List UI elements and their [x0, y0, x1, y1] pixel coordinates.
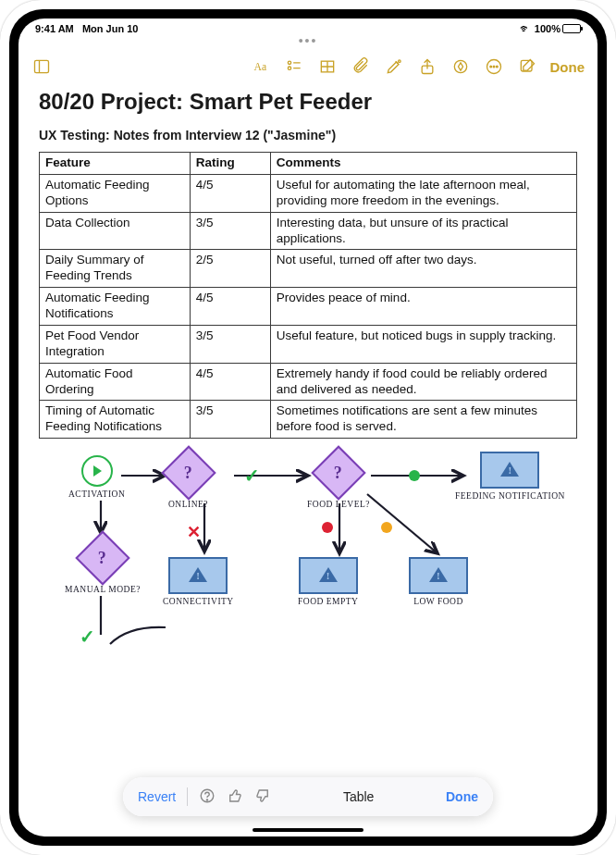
battery-percent: 100%: [535, 23, 561, 34]
cell-rating[interactable]: 4/5: [190, 363, 270, 401]
node-feeding-notification: Feeding Notification: [455, 452, 565, 501]
cell-feature[interactable]: Automatic Food Ordering: [40, 363, 191, 401]
table-row[interactable]: Daily Summary of Feeding Trends2/5Not us…: [40, 250, 577, 288]
svg-point-15: [493, 66, 495, 68]
cell-rating[interactable]: 3/5: [190, 401, 270, 439]
cell-comments[interactable]: Interesting data, but unsure of its prac…: [270, 212, 576, 250]
cell-feature[interactable]: Data Collection: [40, 212, 191, 250]
table-insert-icon[interactable]: [317, 56, 338, 77]
table-row[interactable]: Pet Food Vendor Integration3/5Useful fea…: [40, 325, 577, 363]
attachment-icon[interactable]: [351, 56, 371, 77]
table-row[interactable]: Automatic Food Ordering4/5Extremely hand…: [40, 363, 577, 401]
device-frame: 9:41 AM Mon Jun 10 ᯤ 100% ••• Aa: [0, 0, 616, 855]
markup-pen-icon[interactable]: [384, 56, 404, 77]
table-header-row: Feature Rating Comments: [40, 153, 577, 175]
status-time: 9:41 AM: [35, 23, 74, 34]
note-subtitle[interactable]: UX Testing: Notes from Interview 12 ("Ja…: [39, 128, 577, 142]
header-comments[interactable]: Comments: [270, 153, 576, 175]
header-feature[interactable]: Feature: [40, 153, 191, 175]
cell-feature[interactable]: Timing of Automatic Feeding Notification…: [40, 401, 191, 439]
home-indicator[interactable]: [253, 828, 363, 832]
cell-rating[interactable]: 4/5: [190, 174, 270, 212]
cell-comments[interactable]: Not useful, turned off after two days.: [270, 250, 576, 288]
device-bezel: 9:41 AM Mon Jun 10 ᯤ 100% ••• Aa: [9, 9, 607, 846]
svg-point-14: [489, 66, 491, 68]
node-low-food: Low Food: [409, 557, 468, 606]
battery-indicator: 100%: [535, 23, 581, 34]
cell-rating[interactable]: 2/5: [190, 250, 270, 288]
header-rating[interactable]: Rating: [190, 153, 270, 175]
status-date: Mon Jun 10: [82, 23, 139, 34]
warning-icon: [500, 462, 519, 478]
popup-done-button[interactable]: Done: [446, 789, 478, 804]
warning-icon: [189, 567, 207, 584]
cell-rating[interactable]: 3/5: [190, 212, 270, 250]
x-icon: ✕: [187, 522, 202, 542]
svg-point-5: [288, 67, 290, 69]
svg-rect-17: [521, 60, 532, 71]
node-online: ? Online?: [168, 453, 208, 509]
svg-point-3: [288, 61, 290, 64]
revert-button[interactable]: Revert: [138, 789, 176, 804]
svg-point-10: [398, 60, 400, 63]
svg-point-27: [207, 799, 208, 799]
svg-text:Aa: Aa: [253, 61, 266, 73]
svg-line-24: [367, 494, 437, 553]
cell-comments[interactable]: Sometimes notifications are sent a few m…: [270, 401, 576, 439]
node-activation: Activation: [68, 455, 125, 499]
more-icon[interactable]: [484, 56, 504, 77]
node-food-empty: Food Empty: [298, 557, 358, 606]
note-title[interactable]: 80/20 Project: Smart Pet Feeder: [39, 89, 577, 115]
node-food-level: ? Food Level?: [307, 453, 370, 509]
status-right: ᯤ 100%: [520, 22, 581, 35]
multitask-dots[interactable]: •••: [18, 39, 598, 48]
share-icon[interactable]: [417, 56, 437, 77]
cell-feature[interactable]: Automatic Feeding Notifications: [40, 288, 191, 326]
report-icon[interactable]: [199, 787, 216, 807]
suggestion-label: Table: [271, 789, 446, 804]
screen: 9:41 AM Mon Jun 10 ᯤ 100% ••• Aa: [18, 19, 598, 836]
cell-feature[interactable]: Automatic Feeding Options: [40, 174, 191, 212]
feedback-table[interactable]: Feature Rating Comments Automatic Feedin…: [39, 152, 577, 439]
warning-icon: [319, 567, 338, 584]
cell-comments[interactable]: Useful for automating the late afternoon…: [270, 174, 576, 212]
link-icon[interactable]: [450, 56, 471, 77]
text-format-icon[interactable]: Aa: [251, 56, 271, 77]
checklist-icon[interactable]: [284, 56, 304, 77]
check-icon-2: ✓: [80, 626, 96, 648]
cell-feature[interactable]: Daily Summary of Feeding Trends: [40, 250, 191, 288]
thumbs-down-icon[interactable]: [254, 787, 271, 807]
battery-icon: [562, 24, 581, 33]
table-row[interactable]: Automatic Feeding Notifications4/5Provid…: [40, 288, 577, 326]
table-row[interactable]: Automatic Feeding Options4/5Useful for a…: [40, 174, 577, 212]
play-icon: [93, 465, 102, 477]
svg-rect-0: [35, 60, 49, 72]
cell-comments[interactable]: Extremely handy if food could be reliabl…: [270, 363, 576, 401]
flowchart-sketch[interactable]: Activation ? Online? ✓ ✕ ? Food Level? F…: [39, 450, 577, 663]
cell-comments[interactable]: Provides peace of mind.: [270, 288, 576, 326]
note-toolbar: Aa Done: [18, 48, 598, 85]
note-content[interactable]: 80/20 Project: Smart Pet Feeder UX Testi…: [18, 85, 598, 836]
check-icon: ✓: [244, 465, 261, 487]
node-manual-mode: ? Manual Mode?: [65, 539, 141, 594]
done-button[interactable]: Done: [550, 59, 585, 75]
sidebar-toggle-icon[interactable]: [31, 56, 52, 77]
table-row[interactable]: Timing of Automatic Feeding Notification…: [40, 401, 577, 439]
cell-feature[interactable]: Pet Food Vendor Integration: [40, 325, 191, 363]
cell-comments[interactable]: Useful feature, but noticed bugs in supp…: [270, 325, 576, 363]
cell-rating[interactable]: 4/5: [190, 288, 270, 326]
node-connectivity: Connectivity: [163, 557, 234, 606]
wifi-icon: ᯤ: [520, 22, 531, 35]
svg-point-16: [496, 66, 498, 68]
table-row[interactable]: Data Collection3/5Interesting data, but …: [40, 212, 577, 250]
suggestion-bar: Revert Table Done: [123, 777, 493, 816]
cell-rating[interactable]: 3/5: [190, 325, 270, 363]
status-left: 9:41 AM Mon Jun 10: [35, 23, 138, 34]
divider: [187, 787, 188, 806]
thumbs-up-icon[interactable]: [227, 787, 243, 807]
compose-icon[interactable]: [517, 56, 537, 77]
warning-icon: [429, 567, 448, 584]
